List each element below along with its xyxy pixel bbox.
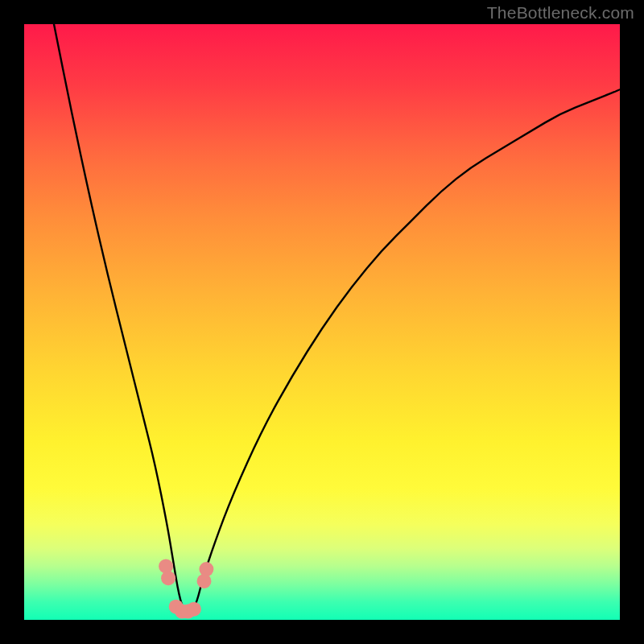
trough-markers bbox=[159, 559, 213, 618]
marker-dot bbox=[161, 571, 175, 585]
marker-dot bbox=[199, 562, 213, 576]
watermark-text: TheBottleneck.com bbox=[487, 3, 634, 23]
plot-area bbox=[24, 24, 620, 620]
chart-stage: TheBottleneck.com bbox=[0, 0, 644, 644]
marker-dot bbox=[159, 559, 173, 573]
mismatch-curve bbox=[54, 24, 620, 614]
marker-dot bbox=[187, 602, 201, 617]
curve-layer bbox=[24, 24, 620, 620]
